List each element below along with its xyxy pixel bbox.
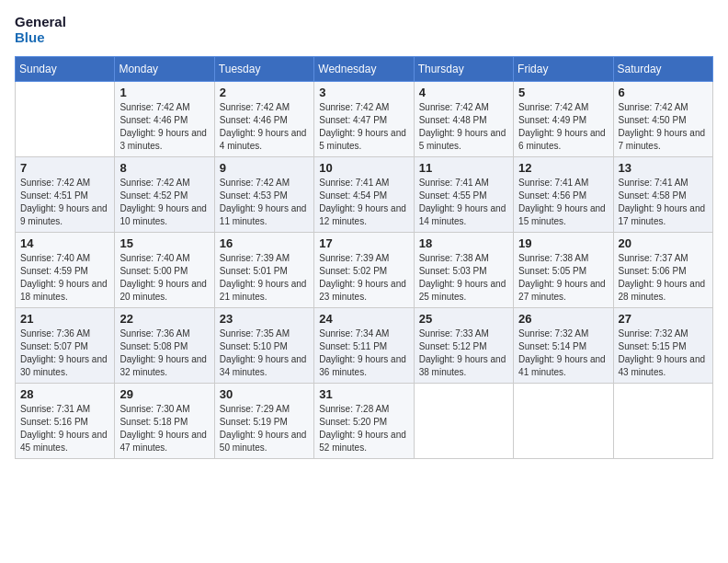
day-info: Sunrise: 7:38 AMSunset: 5:05 PMDaylight:… <box>518 252 608 304</box>
calendar-cell: 17Sunrise: 7:39 AMSunset: 5:02 PMDayligh… <box>314 233 414 308</box>
calendar-cell: 1Sunrise: 7:42 AMSunset: 4:46 PMDaylight… <box>115 82 214 157</box>
day-number: 27 <box>619 312 708 326</box>
weekday-header-row: SundayMondayTuesdayWednesdayThursdayFrid… <box>16 57 713 82</box>
calendar-cell: 18Sunrise: 7:38 AMSunset: 5:03 PMDayligh… <box>414 233 513 308</box>
calendar-cell <box>16 82 115 157</box>
calendar-cell: 20Sunrise: 7:37 AMSunset: 5:06 PMDayligh… <box>613 233 712 308</box>
calendar-cell: 14Sunrise: 7:40 AMSunset: 4:59 PMDayligh… <box>16 233 115 308</box>
day-number: 28 <box>20 387 109 401</box>
calendar-cell: 22Sunrise: 7:36 AMSunset: 5:08 PMDayligh… <box>115 308 214 384</box>
day-number: 12 <box>518 161 608 175</box>
calendar-cell: 8Sunrise: 7:42 AMSunset: 4:52 PMDaylight… <box>115 157 214 233</box>
weekday-header: Tuesday <box>214 57 313 82</box>
calendar-cell: 15Sunrise: 7:40 AMSunset: 5:00 PMDayligh… <box>115 233 214 308</box>
calendar-cell <box>414 384 513 459</box>
day-info: Sunrise: 7:42 AMSunset: 4:48 PMDaylight:… <box>419 101 508 153</box>
day-info: Sunrise: 7:41 AMSunset: 4:56 PMDaylight:… <box>518 177 608 228</box>
weekday-header: Friday <box>514 57 613 82</box>
day-info: Sunrise: 7:42 AMSunset: 4:46 PMDaylight:… <box>119 101 209 153</box>
day-number: 5 <box>518 86 608 99</box>
calendar-table: SundayMondayTuesdayWednesdayThursdayFrid… <box>15 56 713 459</box>
calendar-cell: 21Sunrise: 7:36 AMSunset: 5:07 PMDayligh… <box>16 308 115 384</box>
calendar-cell: 26Sunrise: 7:32 AMSunset: 5:14 PMDayligh… <box>514 308 613 384</box>
day-number: 14 <box>20 236 109 250</box>
calendar-cell: 6Sunrise: 7:42 AMSunset: 4:50 PMDaylight… <box>613 82 712 157</box>
day-info: Sunrise: 7:42 AMSunset: 4:52 PMDaylight:… <box>119 177 209 228</box>
day-info: Sunrise: 7:42 AMSunset: 4:46 PMDaylight:… <box>220 101 309 153</box>
day-info: Sunrise: 7:34 AMSunset: 5:11 PMDaylight:… <box>319 327 408 379</box>
calendar-cell <box>613 384 712 459</box>
day-number: 10 <box>319 161 408 175</box>
calendar-cell: 3Sunrise: 7:42 AMSunset: 4:47 PMDaylight… <box>314 82 414 157</box>
day-info: Sunrise: 7:41 AMSunset: 4:58 PMDaylight:… <box>619 177 708 228</box>
day-info: Sunrise: 7:40 AMSunset: 4:59 PMDaylight:… <box>20 252 109 304</box>
calendar-week-row: 7Sunrise: 7:42 AMSunset: 4:51 PMDaylight… <box>16 157 713 233</box>
day-number: 1 <box>119 86 209 99</box>
day-number: 15 <box>119 236 209 250</box>
day-info: Sunrise: 7:41 AMSunset: 4:55 PMDaylight:… <box>419 177 508 228</box>
day-number: 6 <box>619 86 708 99</box>
day-info: Sunrise: 7:32 AMSunset: 5:15 PMDaylight:… <box>619 327 708 379</box>
day-info: Sunrise: 7:38 AMSunset: 5:03 PMDaylight:… <box>419 252 508 304</box>
calendar-cell: 29Sunrise: 7:30 AMSunset: 5:18 PMDayligh… <box>115 384 214 459</box>
calendar-week-row: 14Sunrise: 7:40 AMSunset: 4:59 PMDayligh… <box>16 233 713 308</box>
calendar-cell: 30Sunrise: 7:29 AMSunset: 5:19 PMDayligh… <box>214 384 313 459</box>
calendar-cell: 4Sunrise: 7:42 AMSunset: 4:48 PMDaylight… <box>414 82 513 157</box>
calendar-cell: 16Sunrise: 7:39 AMSunset: 5:01 PMDayligh… <box>214 233 313 308</box>
calendar-cell: 23Sunrise: 7:35 AMSunset: 5:10 PMDayligh… <box>214 308 313 384</box>
calendar-cell: 2Sunrise: 7:42 AMSunset: 4:46 PMDaylight… <box>214 82 313 157</box>
calendar-cell: 9Sunrise: 7:42 AMSunset: 4:53 PMDaylight… <box>214 157 313 233</box>
weekday-header: Monday <box>115 57 214 82</box>
day-number: 18 <box>419 236 508 250</box>
day-number: 22 <box>119 312 209 326</box>
day-info: Sunrise: 7:42 AMSunset: 4:49 PMDaylight:… <box>518 101 608 153</box>
day-info: Sunrise: 7:29 AMSunset: 5:19 PMDaylight:… <box>220 403 309 454</box>
day-number: 30 <box>220 387 309 401</box>
day-number: 8 <box>119 161 209 175</box>
day-number: 17 <box>319 236 408 250</box>
day-number: 7 <box>20 161 109 175</box>
day-info: Sunrise: 7:30 AMSunset: 5:18 PMDaylight:… <box>119 403 209 454</box>
day-number: 16 <box>220 236 309 250</box>
day-number: 19 <box>518 236 608 250</box>
calendar-week-row: 28Sunrise: 7:31 AMSunset: 5:16 PMDayligh… <box>16 384 713 459</box>
weekday-header: Saturday <box>613 57 712 82</box>
day-number: 24 <box>319 312 408 326</box>
calendar-cell <box>514 384 613 459</box>
day-info: Sunrise: 7:35 AMSunset: 5:10 PMDaylight:… <box>220 327 309 379</box>
day-info: Sunrise: 7:36 AMSunset: 5:07 PMDaylight:… <box>20 327 109 379</box>
day-number: 3 <box>319 86 408 99</box>
day-number: 23 <box>220 312 309 326</box>
weekday-header: Wednesday <box>314 57 414 82</box>
page-header: GeneralBlue <box>15 15 713 45</box>
calendar-cell: 27Sunrise: 7:32 AMSunset: 5:15 PMDayligh… <box>613 308 712 384</box>
day-number: 11 <box>419 161 508 175</box>
day-number: 29 <box>119 387 209 401</box>
day-number: 13 <box>619 161 708 175</box>
day-number: 20 <box>619 236 708 250</box>
day-info: Sunrise: 7:32 AMSunset: 5:14 PMDaylight:… <box>518 327 608 379</box>
day-info: Sunrise: 7:39 AMSunset: 5:02 PMDaylight:… <box>319 252 408 304</box>
calendar-week-row: 1Sunrise: 7:42 AMSunset: 4:46 PMDaylight… <box>16 82 713 157</box>
day-info: Sunrise: 7:31 AMSunset: 5:16 PMDaylight:… <box>20 403 109 454</box>
day-number: 25 <box>419 312 508 326</box>
calendar-cell: 5Sunrise: 7:42 AMSunset: 4:49 PMDaylight… <box>514 82 613 157</box>
day-info: Sunrise: 7:33 AMSunset: 5:12 PMDaylight:… <box>419 327 508 379</box>
calendar-cell: 28Sunrise: 7:31 AMSunset: 5:16 PMDayligh… <box>16 384 115 459</box>
calendar-cell: 11Sunrise: 7:41 AMSunset: 4:55 PMDayligh… <box>414 157 513 233</box>
day-info: Sunrise: 7:42 AMSunset: 4:50 PMDaylight:… <box>619 101 708 153</box>
day-info: Sunrise: 7:41 AMSunset: 4:54 PMDaylight:… <box>319 177 408 228</box>
day-number: 31 <box>319 387 408 401</box>
day-info: Sunrise: 7:40 AMSunset: 5:00 PMDaylight:… <box>119 252 209 304</box>
calendar-cell: 13Sunrise: 7:41 AMSunset: 4:58 PMDayligh… <box>613 157 712 233</box>
day-number: 4 <box>419 86 508 99</box>
calendar-cell: 12Sunrise: 7:41 AMSunset: 4:56 PMDayligh… <box>514 157 613 233</box>
day-info: Sunrise: 7:36 AMSunset: 5:08 PMDaylight:… <box>119 327 209 379</box>
calendar-cell: 10Sunrise: 7:41 AMSunset: 4:54 PMDayligh… <box>314 157 414 233</box>
calendar-cell: 19Sunrise: 7:38 AMSunset: 5:05 PMDayligh… <box>514 233 613 308</box>
calendar-cell: 31Sunrise: 7:28 AMSunset: 5:20 PMDayligh… <box>314 384 414 459</box>
day-info: Sunrise: 7:39 AMSunset: 5:01 PMDaylight:… <box>220 252 309 304</box>
weekday-header: Sunday <box>16 57 115 82</box>
day-info: Sunrise: 7:42 AMSunset: 4:53 PMDaylight:… <box>220 177 309 228</box>
day-info: Sunrise: 7:42 AMSunset: 4:51 PMDaylight:… <box>20 177 109 228</box>
